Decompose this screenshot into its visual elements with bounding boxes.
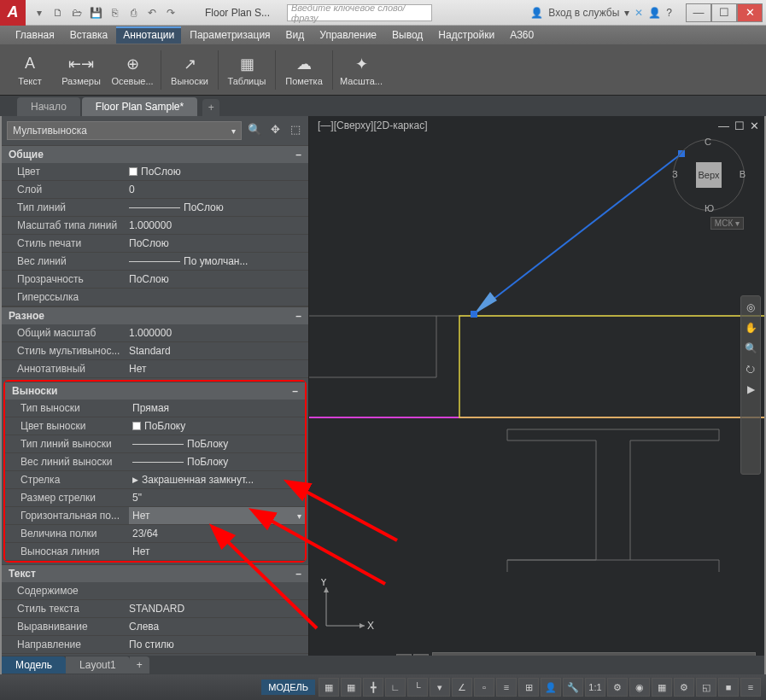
status-button-13[interactable]: ⚙	[607, 678, 628, 697]
viewcube-top-face[interactable]: Верх	[696, 162, 722, 188]
status-button-3[interactable]: ∟	[385, 678, 406, 697]
property-value[interactable]: Слева	[126, 618, 308, 635]
menu-item-аннотации[interactable]: Аннотации	[116, 26, 181, 44]
menu-item-параметризация[interactable]: Параметризация	[183, 26, 277, 44]
add-layout-button[interactable]: +	[130, 656, 149, 674]
select-objects-icon[interactable]: ⬚	[288, 123, 303, 138]
qat-saveas-icon[interactable]: ⎘	[106, 4, 123, 21]
layout-tab[interactable]: Модель	[2, 656, 66, 674]
object-type-selector[interactable]: Мультивыноска ▾	[7, 121, 242, 140]
property-value[interactable]: ПоСлою	[126, 199, 308, 216]
doc-tab[interactable]: Начало	[17, 97, 80, 116]
property-value[interactable]: 5"	[129, 489, 305, 506]
ribbon-таблицы-button[interactable]: ▦Таблицы	[222, 48, 272, 92]
orbit-icon[interactable]: ⭮	[743, 363, 758, 378]
property-value[interactable]: Нет	[129, 507, 305, 524]
property-row[interactable]: Выносная линияНет	[5, 543, 305, 561]
status-button-9[interactable]: ⊞	[518, 678, 539, 697]
pick-add-icon[interactable]: ✥	[267, 123, 283, 138]
property-value[interactable]: ПоБлоку	[129, 453, 305, 470]
viewcube-e[interactable]: В	[740, 169, 746, 179]
menu-item-вид[interactable]: Вид	[279, 26, 312, 44]
close-button[interactable]: ✕	[737, 3, 763, 22]
doc-tab[interactable]: Floor Plan Sample*	[82, 97, 197, 116]
property-value[interactable]: По стилю	[126, 636, 308, 653]
status-button-15[interactable]: ▦	[652, 678, 672, 697]
property-row[interactable]: Стрелка▶Закрашенная замкнут...	[5, 471, 305, 489]
ribbon-пометка-button[interactable]: ☁Пометка	[279, 48, 329, 92]
property-row[interactable]: ВыравниваниеСлева	[2, 618, 308, 636]
property-row[interactable]: НаправлениеПо стилю	[2, 636, 308, 654]
property-value[interactable]: 23/64	[129, 525, 305, 542]
property-value[interactable]: ПоСлою	[126, 271, 308, 288]
property-row[interactable]: Размер стрелки5"	[5, 489, 305, 507]
status-button-1[interactable]: ▦	[341, 678, 361, 697]
property-row[interactable]: Слой0	[2, 181, 308, 199]
property-row[interactable]: Тип линийПоСлою	[2, 199, 308, 217]
status-button-16[interactable]: ⚙	[674, 678, 694, 697]
property-row[interactable]: Содержимое	[2, 582, 308, 600]
quick-select-icon[interactable]: 🔍	[247, 123, 262, 138]
help-icon[interactable]: ?	[666, 7, 672, 19]
ribbon-текст-button[interactable]: AТекст	[5, 48, 55, 92]
property-value[interactable]: ▶Закрашенная замкнут...	[129, 471, 305, 488]
viewcube[interactable]: Верх С Ю В З	[670, 137, 747, 213]
full-nav-wheel-icon[interactable]: ◎	[743, 301, 758, 317]
ribbon-выноски-button[interactable]: ↗Выноски	[165, 48, 214, 92]
property-row[interactable]: Тип выноскиПрямая	[5, 400, 305, 417]
zoom-icon[interactable]: 🔍	[743, 342, 758, 358]
property-value[interactable]: ПоСлою	[126, 235, 308, 252]
property-row[interactable]: Величина полки23/64	[5, 525, 305, 543]
maximize-button[interactable]: ☐	[711, 3, 737, 22]
status-button-8[interactable]: ≡	[496, 678, 517, 697]
property-row[interactable]: Вес линий выноскиПоБлоку	[5, 453, 305, 471]
property-value[interactable]: 0	[126, 181, 308, 198]
property-value[interactable]: 1.000000	[126, 217, 308, 234]
viewport[interactable]: [—][Сверху][2D-каркас] — ☐ ✕	[309, 116, 764, 674]
qat-open2-icon[interactable]: 🗁	[68, 4, 85, 21]
viewcube-w[interactable]: З	[672, 169, 678, 179]
property-value[interactable]: По умолчан...	[126, 253, 308, 270]
property-value[interactable]	[126, 582, 308, 599]
property-row[interactable]: Стиль мультивынос...Standard	[2, 342, 308, 360]
qat-save-icon[interactable]: 💾	[87, 4, 104, 21]
model-space-button[interactable]: МОДЕЛЬ	[261, 680, 315, 695]
property-row[interactable]: Общий масштаб1.000000	[2, 324, 308, 342]
menu-item-главная[interactable]: Главная	[9, 26, 61, 44]
property-row[interactable]: Масштаб типа линий1.000000	[2, 217, 308, 235]
property-row[interactable]: ЦветПоСлою	[2, 163, 308, 181]
property-row[interactable]: Стиль печатиПоСлою	[2, 235, 308, 253]
sign-in-label[interactable]: Вход в службы	[548, 7, 619, 19]
property-value[interactable]: Прямая	[129, 400, 305, 417]
property-row[interactable]: Горизонтальная по...Нет	[5, 507, 305, 525]
menu-item-управление[interactable]: Управление	[313, 26, 383, 44]
property-value[interactable]: 1.000000	[126, 324, 308, 341]
qat-undo-icon[interactable]: ↶	[143, 4, 161, 21]
status-button-17[interactable]: ◱	[696, 678, 716, 697]
showmotion-icon[interactable]: ▶	[743, 383, 758, 399]
menu-item-вывод[interactable]: Вывод	[385, 26, 430, 44]
property-row[interactable]: Гиперссылка	[2, 289, 308, 306]
status-button-4[interactable]: └	[407, 678, 428, 697]
property-value[interactable]: STANDARD	[126, 600, 308, 617]
section-header[interactable]: Выноски–	[5, 382, 305, 400]
add-tab-button[interactable]: +	[202, 99, 219, 116]
app-logo-icon[interactable]: A	[0, 0, 26, 26]
property-value[interactable]: Нет	[129, 543, 305, 560]
property-row[interactable]: Тип линий выноскиПоБлоку	[5, 435, 305, 453]
exchange-icon[interactable]: ✕	[634, 7, 643, 19]
ribbon-размеры-button[interactable]: ⇤⇥Размеры	[56, 48, 106, 92]
status-button-10[interactable]: 👤	[541, 678, 561, 697]
property-row[interactable]: АннотативныйНет	[2, 360, 308, 378]
menu-item-вставка[interactable]: Вставка	[63, 26, 115, 44]
qat-print-icon[interactable]: ⎙	[125, 4, 142, 21]
status-button-18[interactable]: ■	[718, 678, 739, 697]
section-header[interactable]: Разное–	[2, 306, 308, 324]
qat-new-icon[interactable]: ▾	[31, 4, 48, 21]
status-button-11[interactable]: 🔧	[563, 678, 583, 697]
property-row[interactable]: Цвет выноскиПоБлоку	[5, 417, 305, 435]
status-button-19[interactable]: ≡	[740, 678, 761, 697]
qat-open-icon[interactable]: 🗋	[50, 4, 67, 21]
viewcube-n[interactable]: С	[705, 137, 711, 147]
property-value[interactable]: ПоБлоку	[129, 435, 305, 452]
